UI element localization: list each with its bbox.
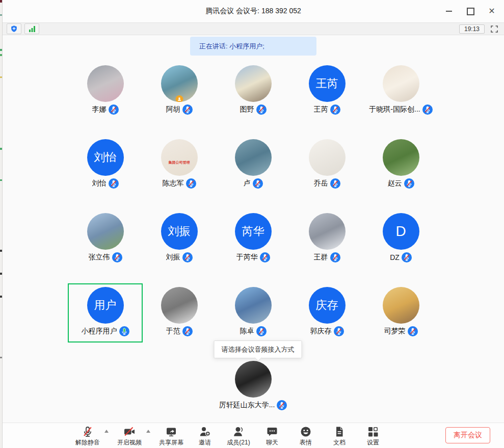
participant-tile[interactable]: 王群: [290, 206, 364, 280]
participant-tile[interactable]: 刘怡刘怡: [68, 133, 142, 206]
members-icon: [232, 425, 245, 438]
participant-tile[interactable]: 李娜: [68, 59, 142, 133]
mic-muted-icon: [408, 326, 418, 336]
mic-active-icon: [119, 326, 129, 336]
window-title: 腾讯会议 会议号: 188 392 052: [205, 7, 301, 16]
participant-name: 厉轩廷山东大学...: [219, 401, 275, 410]
avatar: [309, 139, 346, 176]
participant-name: 于范: [166, 327, 180, 336]
shield-icon[interactable]: [7, 23, 21, 34]
avatar: [87, 65, 124, 102]
mic-muted-icon: [330, 178, 340, 189]
caret-up-icon[interactable]: [104, 430, 109, 433]
audio-tooltip-text: 请选择会议音频接入方式: [222, 346, 295, 353]
participant-tile[interactable]: 赵云: [364, 133, 438, 206]
avatar-initials: 芮华: [242, 224, 264, 239]
toolbar-label: 共享屏幕: [159, 438, 183, 447]
minimize-icon[interactable]: [442, 4, 456, 18]
toolbar-button-chat[interactable]: 聊天: [259, 423, 285, 447]
participant-name: 张立伟: [89, 253, 110, 262]
avatar: [235, 139, 272, 176]
participant-name: 王芮: [314, 105, 328, 114]
speaking-banner: 正在讲话: 小程序用户;: [190, 37, 316, 56]
participant-name: 王群: [314, 253, 328, 262]
avatar-initials: D: [395, 223, 406, 240]
avatar-overlay-text: 集团公司管理: [161, 160, 198, 165]
mic-muted-icon: [109, 104, 119, 115]
participant-name: 司梦荣: [384, 327, 406, 336]
fullscreen-icon[interactable]: [489, 24, 500, 34]
toolbar-button-camera-off[interactable]: 开启视频: [117, 423, 142, 447]
avatar-initials: 王芮: [316, 76, 338, 91]
participant-tile[interactable]: 王芮王芮: [290, 59, 364, 133]
invite-icon: [199, 425, 211, 438]
mic-muted-icon: [253, 178, 263, 189]
avatar: 王芮: [309, 65, 346, 102]
avatar: 集团公司管理: [161, 139, 198, 176]
participant-name: 郭庆存: [310, 327, 332, 336]
participant-tile[interactable]: 集团公司管理陈志军: [142, 133, 216, 206]
participant-name: 陈志军: [163, 179, 184, 188]
mic-muted-icon: [422, 104, 433, 115]
avatar-initials: 刘振: [168, 224, 191, 239]
toolbar-label: 解除静音: [75, 438, 100, 447]
participant-tile[interactable]: 司梦荣: [364, 280, 438, 354]
participant-name: 卢: [244, 179, 251, 188]
mic-muted-icon: [402, 252, 412, 262]
toolbar-label: 成员(21): [227, 438, 250, 447]
avatar: 庆存: [309, 287, 346, 324]
mic-off-icon: [82, 425, 94, 438]
participant-tile[interactable]: 乔岳: [290, 133, 364, 206]
member-badge-icon: [175, 95, 183, 102]
participant-tile[interactable]: 芮华于芮华: [216, 206, 290, 280]
participant-tile[interactable]: 用户小程序用户: [68, 280, 142, 354]
network-signal-icon[interactable]: [24, 23, 39, 34]
mic-muted-icon: [277, 400, 287, 410]
maximize-icon[interactable]: [463, 4, 478, 18]
participant-tile[interactable]: 于范: [142, 280, 216, 354]
mic-muted-icon: [256, 326, 267, 336]
settings-icon: [367, 425, 379, 438]
avatar: 芮华: [235, 213, 272, 250]
mic-muted-icon: [334, 326, 344, 336]
mic-muted-icon: [404, 178, 414, 189]
leave-meeting-button[interactable]: 离开会议: [445, 427, 490, 443]
caret-up-icon[interactable]: [146, 430, 150, 433]
toolbar-label: 文档: [333, 438, 346, 447]
participant-tile[interactable]: 阿胡: [142, 59, 216, 133]
title-bar[interactable]: 腾讯会议 会议号: 188 392 052 ✕: [3, 0, 504, 22]
participant-tile[interactable]: 于晓琪-国际创...: [364, 59, 438, 133]
participant-tile[interactable]: 刘振刘振: [142, 206, 216, 280]
mic-muted-icon: [182, 326, 193, 336]
close-icon[interactable]: ✕: [485, 4, 499, 18]
avatar: [383, 139, 419, 176]
mic-muted-icon: [330, 104, 340, 115]
toolbar-button-mic-off[interactable]: 解除静音: [75, 423, 100, 447]
participant-name: 于芮华: [236, 253, 258, 262]
mic-muted-icon: [256, 104, 267, 115]
toolbar-button-settings[interactable]: 设置: [360, 423, 386, 447]
toolbar-button-invite[interactable]: 邀请: [192, 423, 218, 447]
share-screen-icon: [165, 425, 177, 438]
toolbar-button-docs[interactable]: 文档: [327, 423, 352, 447]
emoji-icon: [300, 425, 312, 438]
toolbar-button-emoji[interactable]: 表情: [293, 423, 319, 447]
camera-off-icon: [123, 425, 136, 438]
participant-tile[interactable]: 图野: [216, 59, 290, 133]
chat-icon: [266, 425, 278, 438]
participant-tile[interactable]: DDZ: [364, 206, 438, 280]
participant-name: 赵云: [388, 179, 402, 188]
toolbar-button-share-screen[interactable]: 共享屏幕: [158, 423, 184, 447]
toolbar-label: 聊天: [266, 438, 278, 447]
mic-muted-icon: [260, 252, 270, 262]
participant-name: DZ: [390, 253, 400, 261]
mic-muted-icon: [182, 252, 193, 262]
participant-tile[interactable]: 张立伟: [68, 206, 142, 280]
participant-tile[interactable]: 卢: [216, 133, 290, 206]
toolbar-button-members[interactable]: 成员(21): [226, 423, 251, 447]
status-bar: 19:13: [3, 22, 504, 35]
participant-name: 乔岳: [314, 179, 328, 188]
mic-muted-icon: [182, 104, 193, 115]
avatar: [383, 65, 419, 102]
participant-tile[interactable]: 厉轩廷山东大学...: [216, 354, 290, 428]
